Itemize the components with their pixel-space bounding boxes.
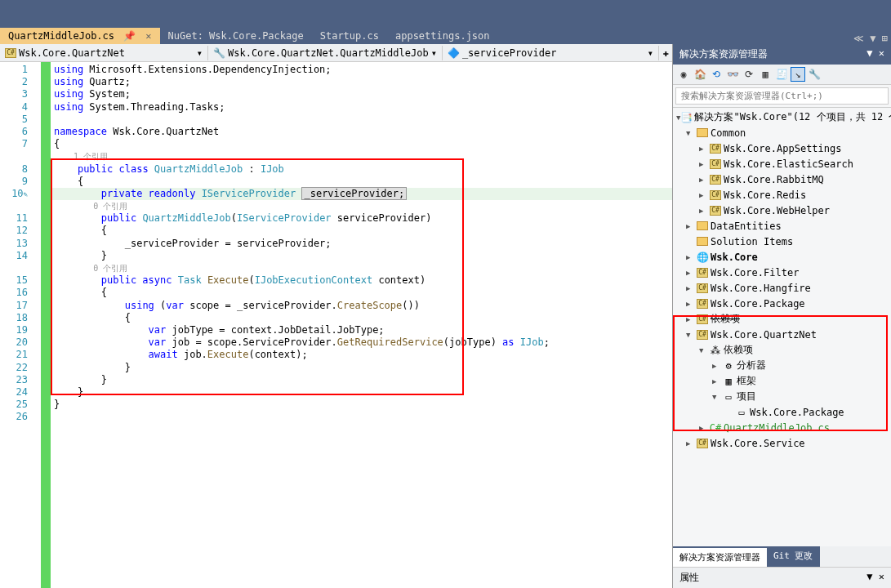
- tree-item[interactable]: ▶C#Wsk.Core.AppSettings: [673, 140, 891, 156]
- expand-arrow[interactable]: ▶: [686, 269, 696, 277]
- tree-item[interactable]: ▶C#Wsk.Core.RabbitMQ: [673, 172, 891, 187]
- expand-arrow[interactable]: ▶: [699, 160, 709, 168]
- tree-item[interactable]: ▼Common: [673, 125, 891, 140]
- expand-arrow[interactable]: ▶: [699, 191, 709, 199]
- doc-tab[interactable]: NuGet: Wsk.Core.Package: [160, 28, 312, 44]
- doc-tab[interactable]: Startup.cs: [312, 28, 387, 44]
- node-label: Wsk.Core.QuartzNet: [711, 329, 817, 341]
- expand-arrow[interactable]: ▶: [686, 300, 696, 308]
- tree-item[interactable]: ▶C#Wsk.Core.ElasticSearch: [673, 156, 891, 172]
- doc-tab[interactable]: appsettings.json: [387, 28, 498, 44]
- tree-item[interactable]: ▶⚙分析器: [673, 358, 891, 373]
- tree-item[interactable]: ▶C#Wsk.Core.Package: [673, 296, 891, 311]
- node-icon: C#: [709, 143, 722, 154]
- node-icon: [696, 236, 709, 247]
- tree-item[interactable]: ▶C#Wsk.Core.Hangfire: [673, 280, 891, 296]
- expand-arrow[interactable]: ▶: [686, 253, 696, 261]
- back-icon[interactable]: ◉: [676, 67, 691, 82]
- tree-item[interactable]: Solution Items: [673, 234, 891, 249]
- node-icon: [696, 220, 709, 232]
- tree-item[interactable]: ▶▦框架: [673, 373, 891, 389]
- tree-item[interactable]: ▶C#依赖项: [673, 311, 891, 327]
- tree-item[interactable]: ▼⁂依赖项: [673, 342, 891, 358]
- show-all-icon[interactable]: ▦: [758, 67, 773, 82]
- breadcrumb-namespace[interactable]: C# Wsk.Core.QuartzNet ▾: [0, 46, 208, 60]
- expand-arrow[interactable]: ▶: [699, 176, 709, 184]
- chevron-down-icon: ▾: [431, 47, 437, 59]
- expand-arrow[interactable]: ▶: [686, 222, 696, 230]
- expand-arrow[interactable]: ▶: [699, 207, 709, 215]
- expand-arrow[interactable]: ▶: [712, 377, 722, 385]
- solution-root[interactable]: ▼ 📑 解决方案"Wsk.Core"(12 个项目，共 12 个: [673, 109, 891, 125]
- tree-item[interactable]: ▼C#Wsk.Core.QuartzNet: [673, 327, 891, 342]
- tree-item[interactable]: ▶C#Wsk.Core.Filter: [673, 265, 891, 280]
- tree-item[interactable]: ▶C#Wsk.Core.Service: [673, 435, 891, 451]
- tree-item[interactable]: ▭Wsk.Core.Package: [673, 404, 891, 420]
- expand-arrow[interactable]: ▼: [699, 346, 709, 354]
- node-icon: ▭: [722, 391, 735, 403]
- class-icon: 🔧: [213, 47, 225, 59]
- node-label: Wsk.Core.Package: [711, 298, 805, 310]
- tree-item[interactable]: ▶C#Wsk.Core.WebHelper: [673, 203, 891, 218]
- code-editor: C# Wsk.Core.QuartzNet ▾ 🔧 Wsk.Core.Quart…: [0, 44, 673, 588]
- expand-arrow[interactable]: ▶: [699, 145, 709, 153]
- expand-arrow[interactable]: ▼: [686, 331, 696, 339]
- code-text[interactable]: using Microsoft.Extensions.DependencyInj…: [51, 62, 672, 588]
- solution-tree[interactable]: ▼ 📑 解决方案"Wsk.Core"(12 个项目，共 12 个 ▼Common…: [673, 108, 891, 546]
- expand-arrow[interactable]: ▶: [686, 315, 696, 323]
- node-label: Wsk.Core.Service: [711, 438, 805, 449]
- node-label: Wsk.Core.Hangfire: [711, 283, 811, 294]
- expand-arrow[interactable]: ▶: [699, 424, 709, 432]
- tab-explorer[interactable]: 解决方案资源管理器: [673, 546, 767, 567]
- solution-icon: 📑: [680, 112, 693, 123]
- tool-icon[interactable]: 👓: [725, 67, 740, 82]
- nav-breadcrumb: C# Wsk.Core.QuartzNet ▾ 🔧 Wsk.Core.Quart…: [0, 44, 672, 62]
- node-icon: C#: [696, 314, 709, 325]
- node-label: DataEntities: [711, 220, 782, 232]
- pin-icon[interactable]: 📌: [123, 30, 136, 42]
- home-icon[interactable]: 🏠: [693, 67, 707, 82]
- solution-explorer: 解决方案资源管理器 ▼ ✕ ◉ 🏠 ⟲ 👓 ⟳ ▦ 🧾 ↘ 🔧 ▼ 📑 解决方案…: [673, 44, 891, 588]
- refresh-icon[interactable]: ⟳: [742, 67, 756, 82]
- expand-arrow[interactable]: ▶: [686, 284, 696, 292]
- panel-menu-icon[interactable]: ▼ ✕: [866, 47, 884, 61]
- tree-item[interactable]: ▶DataEntities: [673, 218, 891, 234]
- change-indicator: [42, 62, 51, 588]
- expand-arrow[interactable]: ▶: [712, 362, 722, 370]
- doc-tab-active[interactable]: QuartzMiddleJob.cs 📌 ✕: [0, 28, 160, 44]
- breadcrumb-class[interactable]: 🔧 Wsk.Core.QuartzNet.QuartzMiddleJob ▾: [208, 46, 443, 60]
- tree-item[interactable]: ▶🌐Wsk.Core: [673, 249, 891, 265]
- node-icon: C#: [696, 298, 709, 310]
- expand-arrow[interactable]: ▼: [712, 393, 722, 401]
- node-label: Solution Items: [711, 236, 793, 247]
- tab-git[interactable]: Git 更改: [767, 546, 820, 567]
- tab-label: QuartzMiddleJob.cs: [8, 30, 114, 42]
- chevron-down-icon: ▾: [197, 47, 203, 59]
- tree-item[interactable]: ▶C#Wsk.Core.Redis: [673, 187, 891, 203]
- properties-icon[interactable]: 🧾: [774, 67, 789, 82]
- panel-menu-icon[interactable]: ▼ ✕: [866, 571, 884, 582]
- tab-overflow-icon[interactable]: ≪ ▼ ⊞: [850, 33, 891, 44]
- node-icon: C#: [696, 267, 709, 278]
- expand-arrow[interactable]: ▶: [686, 439, 696, 448]
- node-label: 分析器: [737, 359, 766, 372]
- tree-item[interactable]: ▼▭项目: [673, 389, 891, 404]
- node-icon: C#: [709, 205, 722, 216]
- node-label: 依赖项: [711, 312, 740, 326]
- node-label: Wsk.Core.Package: [750, 407, 844, 418]
- breadcrumb-member[interactable]: 🔷 _serviceProvider ▾: [443, 46, 659, 60]
- close-icon[interactable]: ✕: [145, 30, 151, 42]
- panel-tabs: 解决方案资源管理器 Git 更改: [673, 546, 891, 567]
- node-icon: C#: [696, 283, 709, 294]
- split-icon[interactable]: ✚: [659, 47, 672, 59]
- collapse-icon[interactable]: ↘: [791, 67, 805, 82]
- wrench-icon[interactable]: 🔧: [807, 67, 822, 82]
- node-label: 依赖项: [724, 343, 753, 357]
- expand-arrow[interactable]: ▼: [686, 129, 696, 137]
- search-input[interactable]: [675, 87, 889, 105]
- node-label: QuartzMiddleJob.cs: [724, 422, 830, 434]
- code-area[interactable]: 12345678910✎1112131415161718192021222324…: [0, 62, 672, 588]
- properties-panel-title: 属性 ▼ ✕: [673, 567, 891, 588]
- tree-item[interactable]: ▶C#QuartzMiddleJob.cs: [673, 420, 891, 435]
- sync-icon[interactable]: ⟲: [709, 67, 724, 82]
